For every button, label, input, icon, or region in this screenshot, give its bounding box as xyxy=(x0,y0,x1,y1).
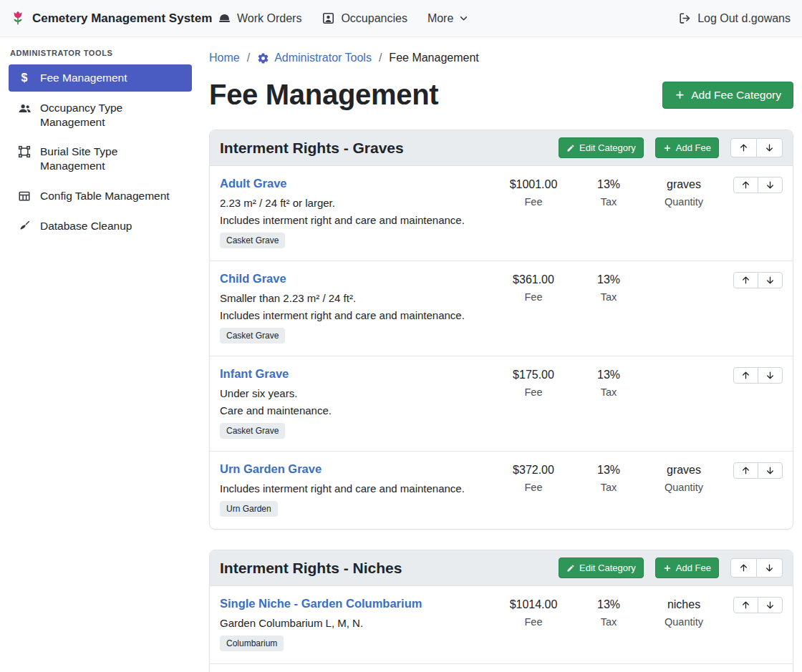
sidebar-item-label: Config Table Management xyxy=(40,189,170,203)
fee-name-link[interactable]: Infant Grave xyxy=(220,367,289,381)
breadcrumb-current: Fee Management xyxy=(389,52,478,64)
fee-description: 2.23 m² / 24 ft² or larger. xyxy=(220,197,487,209)
hard-hat-icon xyxy=(218,11,231,25)
app-brand[interactable]: Cemetery Management System xyxy=(10,11,218,26)
move-category-down-button[interactable] xyxy=(756,558,783,578)
fee-reorder-group xyxy=(733,272,783,288)
fee-reorder-group xyxy=(733,177,783,193)
categories-container: Interment Rights - Graves Edit Category … xyxy=(209,130,793,672)
add-fee-category-button[interactable]: Add Fee Category xyxy=(662,82,793,109)
fee-type-badge: Casket Grave xyxy=(220,328,285,344)
move-category-up-button[interactable] xyxy=(730,138,757,157)
breadcrumb-home-link[interactable]: Home xyxy=(209,52,240,64)
edit-category-button[interactable]: Edit Category xyxy=(559,557,644,578)
nav-item-occupancies[interactable]: Occupancies xyxy=(322,11,407,25)
tax-value: 13% xyxy=(573,464,644,477)
fee-column: $361.00 Fee xyxy=(494,272,573,303)
occupant-frame-icon xyxy=(322,11,335,25)
move-fee-up-button[interactable] xyxy=(733,462,758,479)
tax-label: Tax xyxy=(573,196,644,208)
page-title: Fee Management xyxy=(209,79,438,111)
fee-category-header: Interment Rights - Niches Edit Category … xyxy=(210,550,793,586)
fee-name-link[interactable]: Urn Garden Grave xyxy=(220,462,322,476)
tax-value: 13% xyxy=(573,598,644,611)
fee-amount: $361.00 xyxy=(494,273,573,286)
fee-description: Smaller than 2.23 m² / 24 ft². xyxy=(220,292,487,304)
add-fee-button[interactable]: Add Fee xyxy=(655,557,719,578)
move-fee-up-button[interactable] xyxy=(733,597,758,613)
sidebar-item-burial-site-type-management[interactable]: Burial Site Type Management xyxy=(9,138,192,180)
sidebar-item-database-cleanup[interactable]: Database Cleanup xyxy=(9,213,192,240)
move-fee-up-button[interactable] xyxy=(733,177,758,193)
sidebar-item-occupancy-type-management[interactable]: Occupancy Type Management xyxy=(9,94,192,136)
chevron-down-icon xyxy=(459,14,468,23)
move-category-down-button[interactable] xyxy=(756,138,783,157)
fee-description: Care and maintenance. xyxy=(220,404,487,417)
sidebar-item-label: Database Cleanup xyxy=(40,219,132,233)
fee-list: Single Niche - Garden Columbarium Garden… xyxy=(210,586,793,672)
pencil-icon xyxy=(566,144,575,152)
fee-details: Single Niche - Garden Columbarium Garden… xyxy=(220,597,494,651)
top-navbar: Cemetery Management System Work Orders O… xyxy=(0,0,802,37)
fee-details: Child Grave Smaller than 2.23 m² / 24 ft… xyxy=(220,272,494,344)
fee-type-badge: Casket Grave xyxy=(220,423,285,439)
breadcrumb-separator: / xyxy=(247,52,250,64)
tax-label: Tax xyxy=(573,482,644,493)
fee-reorder-group xyxy=(733,367,783,384)
vector-square-icon xyxy=(17,145,32,158)
nav-label: Work Orders xyxy=(237,12,301,25)
fee-amount: $1014.00 xyxy=(494,598,573,611)
move-category-up-button[interactable] xyxy=(730,558,757,578)
quantity-value: graves xyxy=(644,464,723,477)
quantity-column: graves Quantity xyxy=(644,462,723,493)
breadcrumb-admin-tools-link[interactable]: Administrator Tools xyxy=(257,52,372,64)
tax-value: 13% xyxy=(573,273,644,286)
fee-name-link[interactable]: Single Niche - Garden Columbarium xyxy=(220,597,422,610)
sidebar-item-fee-management[interactable]: $ Fee Management xyxy=(9,64,192,92)
fee-row: Urn Garden Grave Includes interment righ… xyxy=(210,452,793,529)
tax-column: 13% Tax xyxy=(573,367,644,398)
fee-details: Infant Grave Under six years.Care and ma… xyxy=(220,367,494,439)
fee-description: Includes interment right and care and ma… xyxy=(220,214,487,226)
nav-item-work-orders[interactable]: Work Orders xyxy=(218,11,301,25)
breadcrumb-admin-tools-label: Administrator Tools xyxy=(274,52,372,64)
sidebar-item-config-table-management[interactable]: Config Table Management xyxy=(9,182,192,210)
edit-category-button[interactable]: Edit Category xyxy=(559,137,644,158)
move-fee-down-button[interactable] xyxy=(758,462,783,479)
main-content: Home / Administrator Tools / Fee Managem… xyxy=(200,37,802,672)
add-fee-category-label: Add Fee Category xyxy=(691,89,781,102)
move-fee-down-button[interactable] xyxy=(758,597,783,613)
fee-reorder-group xyxy=(733,597,783,613)
fee-column: $1001.00 Fee xyxy=(494,177,573,208)
broom-icon xyxy=(17,220,32,233)
logout-button[interactable]: Log Out d.gowans xyxy=(678,11,791,25)
move-fee-down-button[interactable] xyxy=(758,177,783,193)
nav-item-more[interactable]: More xyxy=(427,12,468,25)
fee-row: Infant Grave Under six years.Care and ma… xyxy=(210,356,793,452)
move-fee-up-button[interactable] xyxy=(733,367,758,384)
move-fee-up-button[interactable] xyxy=(733,272,758,288)
tax-column: 13% Tax xyxy=(573,272,644,303)
users-icon xyxy=(17,102,32,115)
fee-label: Fee xyxy=(494,386,573,398)
fee-list: Adult Grave 2.23 m² / 24 ft² or larger.I… xyxy=(210,166,793,529)
fee-descriptions: Includes interment right and care and ma… xyxy=(220,482,487,495)
move-fee-down-button[interactable] xyxy=(758,272,783,288)
quantity-value: niches xyxy=(644,598,723,611)
fee-details: Urn Garden Grave Includes interment righ… xyxy=(220,462,494,517)
fee-descriptions: Smaller than 2.23 m² / 24 ft².Includes i… xyxy=(220,292,487,321)
nav-label: Occupancies xyxy=(341,12,407,25)
add-fee-button[interactable]: Add Fee xyxy=(655,137,719,158)
tax-label: Tax xyxy=(573,616,644,628)
table-icon xyxy=(17,190,32,203)
move-fee-down-button[interactable] xyxy=(758,367,783,384)
tax-column: 13% Tax xyxy=(573,597,644,628)
edit-category-label: Edit Category xyxy=(579,142,636,153)
fee-label: Fee xyxy=(494,291,573,303)
fee-column: $175.00 Fee xyxy=(494,367,573,398)
fee-category-header: Interment Rights - Graves Edit Category … xyxy=(210,130,793,166)
fee-name-link[interactable]: Child Grave xyxy=(220,272,286,286)
fee-descriptions: Garden Columbarium L, M, N. xyxy=(220,617,487,629)
quantity-column xyxy=(644,272,723,278)
fee-name-link[interactable]: Adult Grave xyxy=(220,177,287,190)
